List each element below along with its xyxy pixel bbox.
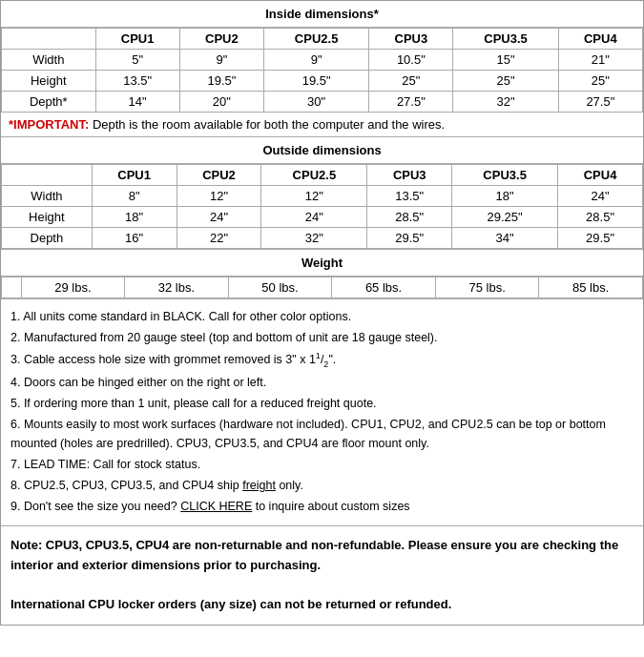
inside-height-cpu25: 19.5"	[264, 71, 369, 92]
inside-col-empty	[2, 29, 96, 50]
inside-height-cpu4: 25"	[558, 71, 642, 92]
inside-col-cpu3: CPU3	[369, 29, 453, 50]
inside-height-cpu1: 13.5"	[95, 71, 179, 92]
weight-cpu35: 75 lbs.	[435, 277, 539, 298]
weight-title: Weight	[1, 250, 643, 276]
inside-depth-cpu2: 20"	[179, 92, 263, 113]
outside-dimensions-title: Outside dimensions	[1, 137, 643, 163]
inside-width-label: Width	[2, 50, 96, 71]
click-here-link[interactable]: CLICK HERE	[180, 500, 252, 513]
freight-underline: freight	[242, 479, 276, 492]
outside-width-cpu2: 12"	[177, 186, 261, 207]
bold-note-1: Note: CPU3, CPU3.5, CPU4 are non-returna…	[10, 536, 634, 576]
outside-col-cpu3: CPU3	[367, 165, 452, 186]
notes-section: 1. All units come standard in BLACK. Cal…	[1, 298, 643, 525]
weight-cpu25: 50 lbs.	[228, 277, 332, 298]
inside-width-row: Width 5" 9" 9" 10.5" 15" 21"	[2, 50, 643, 71]
inside-col-cpu1: CPU1	[95, 29, 179, 50]
inside-height-label: Height	[2, 71, 96, 92]
outside-col-cpu2: CPU2	[177, 165, 261, 186]
inside-dimensions-table: CPU1 CPU2 CPU2.5 CPU3 CPU3.5 CPU4 Width …	[1, 28, 643, 113]
outside-depth-label: Depth	[2, 228, 93, 249]
inside-height-cpu2: 19.5"	[179, 71, 263, 92]
weight-section: Weight 29 lbs. 32 lbs. 50 lbs. 65 lbs. 7…	[1, 249, 643, 298]
outside-col-cpu35: CPU3.5	[452, 165, 558, 186]
outside-height-cpu4: 28.5"	[558, 207, 643, 228]
inside-width-cpu2: 9"	[179, 50, 263, 71]
outside-depth-cpu35: 34"	[452, 228, 558, 249]
important-note: *IMPORTANT: Depth is the room available …	[1, 113, 643, 136]
inside-dimensions-title: Inside dimensions*	[1, 1, 643, 27]
inside-height-cpu35: 25"	[453, 71, 558, 92]
outside-width-cpu35: 18"	[452, 186, 558, 207]
outside-width-row: Width 8" 12" 12" 13.5" 18" 24"	[2, 186, 643, 207]
inside-dimensions-section: Inside dimensions* CPU1 CPU2 CPU2.5 CPU3…	[1, 1, 643, 136]
note-8: 8. CPU2.5, CPU3, CPU3.5, and CPU4 ship f…	[10, 476, 634, 495]
weight-cpu4: 85 lbs.	[539, 277, 643, 298]
outside-depth-cpu1: 16"	[92, 228, 177, 249]
outside-width-label: Width	[2, 186, 93, 207]
note-7: 7. LEAD TIME: Call for stock status.	[10, 455, 634, 474]
outside-dimensions-table: CPU1 CPU2 CPU2.5 CPU3 CPU3.5 CPU4 Width …	[1, 164, 643, 249]
note-9: 9. Don't see the size you need? CLICK HE…	[10, 497, 634, 516]
important-label: *IMPORTANT:	[9, 117, 89, 132]
outside-depth-cpu4: 29.5"	[558, 228, 643, 249]
inside-height-row: Height 13.5" 19.5" 19.5" 25" 25" 25"	[2, 71, 643, 92]
outside-width-cpu3: 13.5"	[367, 186, 452, 207]
inside-header-row: CPU1 CPU2 CPU2.5 CPU3 CPU3.5 CPU4	[2, 29, 643, 50]
note-1: 1. All units come standard in BLACK. Cal…	[10, 307, 634, 326]
outside-depth-cpu25: 32"	[261, 228, 367, 249]
inside-depth-cpu4: 27.5"	[558, 92, 642, 113]
inside-depth-row: Depth* 14" 20" 30" 27.5" 32" 27.5"	[2, 92, 643, 113]
outside-height-row: Height 18" 24" 24" 28.5" 29.25" 28.5"	[2, 207, 643, 228]
outside-col-cpu25: CPU2.5	[261, 165, 367, 186]
weight-row: 29 lbs. 32 lbs. 50 lbs. 65 lbs. 75 lbs. …	[2, 277, 643, 298]
outside-depth-cpu3: 29.5"	[367, 228, 452, 249]
outside-height-cpu3: 28.5"	[367, 207, 452, 228]
inside-depth-cpu1: 14"	[95, 92, 179, 113]
inside-depth-cpu3: 27.5"	[369, 92, 453, 113]
outside-height-cpu1: 18"	[92, 207, 177, 228]
inside-width-cpu25: 9"	[264, 50, 369, 71]
outside-col-cpu4: CPU4	[558, 165, 643, 186]
weight-table-wrapper: 29 lbs. 32 lbs. 50 lbs. 65 lbs. 75 lbs. …	[1, 276, 643, 298]
inside-dimensions-table-wrapper: CPU1 CPU2 CPU2.5 CPU3 CPU3.5 CPU4 Width …	[1, 27, 643, 113]
weight-cpu3: 65 lbs.	[332, 277, 436, 298]
inside-col-cpu35: CPU3.5	[453, 29, 558, 50]
inside-depth-label: Depth*	[2, 92, 96, 113]
note-6: 6. Mounts easily to most work surfaces (…	[10, 415, 634, 453]
outside-dimensions-table-wrapper: CPU1 CPU2 CPU2.5 CPU3 CPU3.5 CPU4 Width …	[1, 163, 643, 249]
outside-header-row: CPU1 CPU2 CPU2.5 CPU3 CPU3.5 CPU4	[2, 165, 643, 186]
note-2: 2. Manufactured from 20 gauge steel (top…	[10, 328, 634, 347]
weight-empty	[2, 277, 22, 298]
inside-height-cpu3: 25"	[369, 71, 453, 92]
outside-depth-row: Depth 16" 22" 32" 29.5" 34" 29.5"	[2, 228, 643, 249]
inside-width-cpu3: 10.5"	[369, 50, 453, 71]
outside-col-empty	[2, 165, 93, 186]
main-container: Inside dimensions* CPU1 CPU2 CPU2.5 CPU3…	[0, 0, 644, 626]
outside-width-cpu4: 24"	[558, 186, 643, 207]
bold-note-2: International CPU locker orders (any siz…	[10, 595, 634, 615]
bold-notes-section: Note: CPU3, CPU3.5, CPU4 are non-returna…	[1, 525, 643, 625]
note-5: 5. If ordering more than 1 unit, please …	[10, 394, 634, 413]
outside-width-cpu25: 12"	[261, 186, 367, 207]
outside-depth-cpu2: 22"	[177, 228, 261, 249]
outside-width-cpu1: 8"	[92, 186, 177, 207]
inside-width-cpu35: 15"	[453, 50, 558, 71]
outside-height-cpu2: 24"	[177, 207, 261, 228]
outside-col-cpu1: CPU1	[92, 165, 177, 186]
outside-dimensions-section: Outside dimensions CPU1 CPU2 CPU2.5 CPU3…	[1, 136, 643, 249]
inside-col-cpu4: CPU4	[558, 29, 642, 50]
inside-depth-cpu25: 30"	[264, 92, 369, 113]
inside-col-cpu25: CPU2.5	[264, 29, 369, 50]
important-text: Depth is the room available for both the…	[93, 117, 445, 132]
outside-height-label: Height	[2, 207, 93, 228]
weight-table: 29 lbs. 32 lbs. 50 lbs. 65 lbs. 75 lbs. …	[1, 277, 643, 298]
inside-width-cpu1: 5"	[95, 50, 179, 71]
inside-width-cpu4: 21"	[558, 50, 642, 71]
outside-height-cpu25: 24"	[261, 207, 367, 228]
outside-height-cpu35: 29.25"	[452, 207, 558, 228]
inside-col-cpu2: CPU2	[179, 29, 263, 50]
inside-depth-cpu35: 32"	[453, 92, 558, 113]
note-3: 3. Cable access hole size with grommet r…	[10, 349, 634, 371]
